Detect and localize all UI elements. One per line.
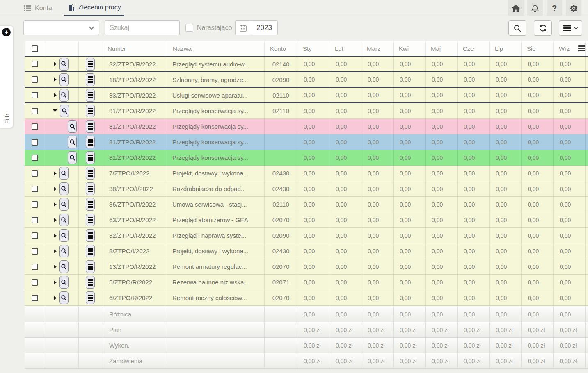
search-input[interactable] xyxy=(105,20,180,35)
settings-button[interactable] xyxy=(566,0,581,16)
month-value-cell: 0,00 xyxy=(522,212,554,227)
magnifier-button[interactable] xyxy=(68,151,77,164)
magnifier-button[interactable] xyxy=(59,276,69,289)
row-checkbox[interactable] xyxy=(32,170,38,177)
month-value-cell: 0,00 xyxy=(426,103,458,118)
magnifier-button[interactable] xyxy=(59,167,69,180)
row-checkbox[interactable] xyxy=(32,76,38,83)
magnifier-button[interactable] xyxy=(59,58,69,71)
magnifier-button[interactable] xyxy=(59,89,69,102)
expand-arrow-icon[interactable] xyxy=(54,234,57,238)
details-list-button[interactable] xyxy=(86,245,95,257)
expand-arrow-icon[interactable] xyxy=(54,265,57,269)
expand-arrow-icon[interactable] xyxy=(54,249,57,253)
row-checkbox[interactable] xyxy=(32,217,38,223)
month-value-cell: 0,00 xyxy=(554,150,586,165)
details-list-button[interactable] xyxy=(86,276,95,289)
month-value-cell: 0,00 xyxy=(361,212,394,227)
row-checkbox[interactable] xyxy=(32,279,38,286)
magnifier-button[interactable] xyxy=(59,182,69,195)
row-checkbox[interactable] xyxy=(32,232,38,239)
month-value-cell: 0,00 xyxy=(329,228,361,243)
refresh-button[interactable] xyxy=(534,20,552,36)
details-list-button[interactable] xyxy=(86,120,95,133)
magnifier-button[interactable] xyxy=(59,198,69,211)
year-value[interactable]: 2023 xyxy=(251,24,277,32)
summary-value-cell: 0,00 zł xyxy=(522,353,554,368)
details-list-button[interactable] xyxy=(86,105,95,117)
konto-cell: 02110 xyxy=(265,197,297,212)
details-list-button[interactable] xyxy=(86,89,95,102)
summary-value-cell: 0,00 zł xyxy=(426,322,458,337)
details-list-button[interactable] xyxy=(86,214,95,226)
select-all-checkbox[interactable] xyxy=(32,45,38,52)
row-checkbox[interactable] xyxy=(32,108,38,114)
month-value-cell: 0,00 xyxy=(394,259,426,274)
add-filter-button[interactable]: + xyxy=(2,28,11,36)
details-list-button[interactable] xyxy=(86,198,95,211)
magnifier-button[interactable] xyxy=(59,73,69,86)
details-list-button[interactable] xyxy=(86,167,95,180)
magnifier-button[interactable] xyxy=(68,120,77,133)
expand-arrow-icon[interactable] xyxy=(54,218,57,222)
help-button[interactable]: ? xyxy=(547,0,562,16)
row-actions-cell xyxy=(79,88,102,102)
expand-arrow-icon[interactable] xyxy=(54,280,57,284)
row-checkbox[interactable] xyxy=(32,123,38,130)
magnifier-button[interactable] xyxy=(59,229,69,242)
row-checkbox[interactable] xyxy=(32,248,38,255)
details-list-button[interactable] xyxy=(86,229,95,242)
row-checkbox[interactable] xyxy=(32,201,38,208)
collapse-arrow-icon[interactable] xyxy=(53,109,57,112)
magnifier-button[interactable] xyxy=(68,136,77,148)
details-list-button[interactable] xyxy=(86,151,95,164)
column-header-month: Lip xyxy=(490,41,522,56)
expand-arrow-icon[interactable] xyxy=(54,77,57,82)
expand-arrow-icon[interactable] xyxy=(54,187,57,191)
details-list-button[interactable] xyxy=(86,260,95,273)
tab-zlecenia-pracy[interactable]: Zlecenia pracy xyxy=(64,0,124,16)
numer-cell: 81/ZTPO/R/2022 xyxy=(102,119,167,134)
details-list-button[interactable] xyxy=(86,182,95,195)
expand-arrow-icon[interactable] xyxy=(54,202,57,207)
row-checkbox[interactable] xyxy=(32,264,38,270)
row-checkbox[interactable] xyxy=(32,155,38,161)
row-checkbox[interactable] xyxy=(32,92,38,98)
footer-empty-cell xyxy=(25,353,45,368)
filter-select[interactable] xyxy=(23,20,99,35)
month-value-cell: 0,00 xyxy=(522,275,554,290)
menu-button[interactable] xyxy=(559,20,582,36)
summary-value-cell: 0,00 zł xyxy=(554,338,586,353)
details-list-button[interactable] xyxy=(86,73,95,86)
search-button[interactable] xyxy=(508,20,526,36)
row-checkbox[interactable] xyxy=(32,61,38,67)
magnifier-button[interactable] xyxy=(60,105,69,117)
expand-arrow-icon[interactable] xyxy=(54,171,57,175)
column-menu-icon[interactable] xyxy=(578,45,585,51)
row-actions-cell xyxy=(79,290,102,305)
details-list-button[interactable] xyxy=(86,136,95,148)
magnifier-button[interactable] xyxy=(59,245,69,257)
row-checkbox[interactable] xyxy=(32,295,38,301)
row-checkbox[interactable] xyxy=(32,186,38,192)
expand-arrow-icon[interactable] xyxy=(54,62,57,66)
notifications-button[interactable] xyxy=(527,0,543,16)
cumulative-checkbox[interactable] xyxy=(185,24,193,32)
month-value-cell: 0,00 xyxy=(297,150,329,165)
magnifier-button[interactable] xyxy=(59,291,69,304)
nazwa-cell: Przeglądy konserwacja sy... xyxy=(167,134,265,150)
magnifier-icon xyxy=(61,61,66,67)
row-filler xyxy=(586,353,588,368)
expand-arrow-icon[interactable] xyxy=(54,93,57,97)
details-list-button[interactable] xyxy=(86,58,95,71)
nazwa-cell: Przeglądy konserwacja sy... xyxy=(167,103,265,118)
calendar-button[interactable] xyxy=(236,21,251,35)
magnifier-button[interactable] xyxy=(59,214,69,226)
details-list-button[interactable] xyxy=(86,291,95,304)
home-button[interactable] xyxy=(508,0,524,16)
expand-arrow-icon[interactable] xyxy=(54,296,57,300)
magnifier-button[interactable] xyxy=(59,260,69,273)
column-header-month: Lut xyxy=(329,41,361,56)
tab-konta[interactable]: Konta xyxy=(21,0,55,16)
row-checkbox[interactable] xyxy=(32,139,38,146)
